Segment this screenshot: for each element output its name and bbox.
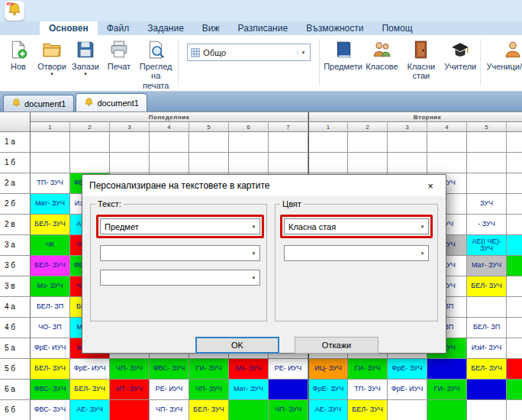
timetable-cell[interactable] [31, 132, 70, 153]
timetable-cell[interactable] [427, 359, 467, 380]
timetable-cell[interactable]: - ЗУЧ [467, 215, 507, 235]
timetable-cell[interactable] [467, 297, 507, 318]
timetable-cell[interactable] [110, 132, 150, 153]
class-row-label[interactable]: 4 б [0, 318, 31, 338]
timetable-cell[interactable] [507, 173, 522, 194]
timetable-cell[interactable]: ЧП- ЗУЧ [110, 359, 150, 380]
timetable-cell[interactable]: БЕЛ- ЗП [31, 297, 70, 318]
classrooms-button[interactable]: Класни стаи [400, 37, 443, 81]
class-row-label[interactable]: 1 а [0, 132, 31, 153]
timetable-cell[interactable] [427, 132, 467, 153]
timetable-cell[interactable] [507, 338, 522, 359]
timetable-cell[interactable]: ИТ- ЗУЧ [110, 380, 150, 400]
timetable-cell[interactable]: Мз- ЗУЧ [229, 359, 269, 380]
timetable-cell[interactable] [467, 173, 507, 194]
timetable-cell[interactable] [507, 359, 522, 380]
document-tab[interactable]: document1 [3, 95, 74, 111]
print-preview-button[interactable]: Преглед на печата [136, 37, 176, 90]
timetable-cell[interactable]: ФВС- ЗУЧ [150, 359, 189, 380]
timetable-cell[interactable] [507, 235, 522, 256]
timetable-cell[interactable]: ГИ- ЗУЧ [427, 380, 467, 400]
timetable-cell[interactable]: Мат- ЗУЧ [467, 256, 507, 276]
class-row-label[interactable]: 3 б [0, 256, 31, 276]
timetable-cell[interactable] [507, 400, 522, 420]
close-icon[interactable]: × [415, 175, 446, 196]
timetable-cell[interactable] [507, 380, 522, 400]
timetable-cell[interactable]: ИЦ- ЗУЧ [308, 359, 348, 380]
timetable-cell[interactable]: Мз- ЗУЧ [31, 276, 70, 297]
timetable-cell[interactable] [110, 400, 150, 420]
new-button[interactable]: Нов [2, 37, 35, 71]
timetable-cell[interactable]: ЗУЧ [467, 194, 507, 215]
class-row-label[interactable]: 2 б [0, 194, 31, 215]
timetable-cell[interactable]: БЕЛ- ЗУЧ [348, 400, 388, 420]
tab-schedule[interactable]: Разписание [229, 21, 298, 35]
tab-options[interactable]: Възможности [297, 21, 372, 35]
timetable-cell[interactable]: ФВС- ЗУЧ [31, 400, 70, 420]
timetable-cell[interactable] [388, 400, 427, 420]
timetable-cell[interactable]: РЕ- ИУЧ [269, 359, 308, 380]
text-select-3[interactable]: ▼ [100, 270, 260, 286]
timetable-cell[interactable] [269, 132, 308, 153]
class-row-label[interactable]: 6 а [0, 380, 31, 400]
timetable-cell[interactable]: ИзИ- ЗУЧ [467, 338, 507, 359]
timetable-cell[interactable] [507, 132, 522, 153]
open-button[interactable]: Отвори ▼ [35, 37, 69, 76]
timetable-cell[interactable] [189, 153, 229, 173]
timetable-cell[interactable] [229, 153, 269, 173]
timetable-cell[interactable]: РЕ- ИУЧ [150, 380, 189, 400]
classes-button[interactable]: Класове [364, 37, 400, 71]
timetable-cell[interactable] [467, 400, 507, 420]
timetable-cell[interactable] [308, 153, 348, 173]
timetable-cell[interactable]: Мат- ЗУЧ [229, 380, 269, 400]
timetable-cell[interactable]: АЕ- ЗУЧ [70, 400, 110, 420]
subjects-button[interactable]: Предмети [322, 37, 364, 71]
timetable-cell[interactable] [467, 380, 507, 400]
class-row-label[interactable]: 5 а [0, 338, 31, 359]
class-row-label[interactable]: 6 б [0, 400, 31, 420]
class-row-label[interactable]: 4 а [0, 297, 31, 318]
ok-button[interactable]: OK [195, 337, 279, 354]
timetable-cell[interactable]: БЕЛ- ЗУЧ [31, 256, 70, 276]
timetable-cell[interactable] [427, 153, 467, 173]
timetable-cell[interactable]: Мат- ЗУЧ [31, 194, 70, 215]
timetable-cell[interactable]: ЧП- ЗУЧ [189, 380, 229, 400]
timetable-cell[interactable] [189, 132, 229, 153]
timetable-cell[interactable] [467, 153, 507, 173]
color-select-1[interactable]: Класна стая ▼ [284, 218, 429, 234]
timetable-cell[interactable]: БЕЛ- ЗУЧ [467, 276, 507, 297]
timetable-cell[interactable]: ТП- ЗУЧ [31, 173, 70, 194]
tab-assignment[interactable]: Задание [138, 21, 193, 35]
timetable-cell[interactable] [150, 153, 189, 173]
timetable-cell[interactable] [31, 153, 70, 173]
class-row-label[interactable]: 3 а [0, 235, 31, 256]
timetable-cell[interactable] [348, 153, 388, 173]
timetable-cell[interactable] [229, 400, 269, 420]
timetable-cell[interactable] [229, 132, 269, 153]
timetable-cell[interactable]: ФВС- ЗУЧ [31, 380, 70, 400]
timetable-cell[interactable] [110, 153, 150, 173]
timetable-cell[interactable] [348, 132, 388, 153]
timetable-cell[interactable] [507, 194, 522, 215]
timetable-cell[interactable]: ЧО- ЗП [31, 318, 70, 338]
timetable-cell[interactable]: ЧП- ЗУЧ [150, 400, 189, 420]
timetable-cell[interactable]: ГИ- ЗУЧ [189, 359, 229, 380]
tab-file[interactable]: Файл [98, 21, 139, 35]
timetable-cell[interactable]: БЕЛ- ЗУЧ [467, 359, 507, 380]
class-row-label[interactable]: 5 б [0, 359, 31, 380]
timetable-cell[interactable] [388, 132, 427, 153]
timetable-cell[interactable]: БЕЛ- ЗУЧ [31, 359, 70, 380]
timetable-cell[interactable]: АЕ(I ЧЕ)- ЗУЧ [467, 235, 507, 256]
timetable-cell[interactable]: АЕ- ЗУЧ [308, 400, 348, 420]
class-row-label[interactable]: 3 в [0, 276, 31, 297]
class-row-label[interactable]: 2 в [0, 215, 31, 235]
timetable-cell[interactable] [507, 276, 522, 297]
tab-help[interactable]: Помощ [372, 21, 421, 35]
tab-main[interactable]: Основен [40, 21, 98, 35]
timetable-cell[interactable] [388, 153, 427, 173]
timetable-cell[interactable] [269, 380, 308, 400]
timetable-cell[interactable]: ЧК [31, 235, 70, 256]
color-select-2[interactable]: ▼ [284, 245, 429, 261]
text-select-2[interactable]: ▼ [100, 245, 260, 261]
timetable-cell[interactable] [70, 132, 110, 153]
